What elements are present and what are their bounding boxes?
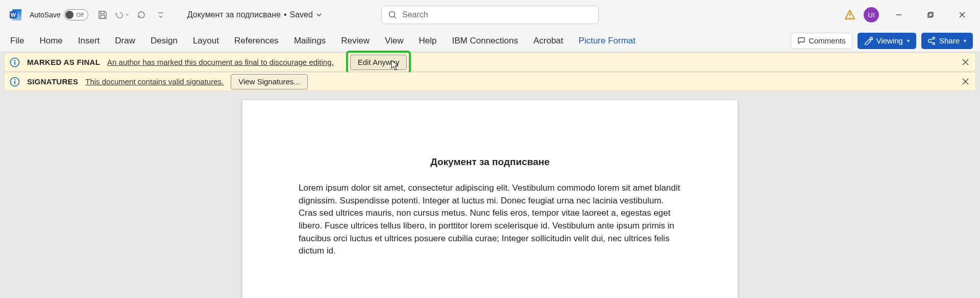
tab-file[interactable]: File bbox=[9, 33, 25, 49]
tab-ibm-connections[interactable]: IBM Connections bbox=[451, 33, 519, 49]
infobar-message: This document contains valid signatures. bbox=[85, 77, 224, 86]
tab-draw[interactable]: Draw bbox=[114, 33, 136, 49]
svg-text:W: W bbox=[11, 12, 16, 18]
save-state: Saved bbox=[290, 10, 313, 19]
svg-point-19 bbox=[933, 37, 935, 39]
search-input[interactable]: Search bbox=[381, 6, 599, 24]
info-icon bbox=[10, 57, 20, 67]
autosave-label: AutoSave bbox=[30, 11, 61, 19]
tab-references[interactable]: References bbox=[233, 33, 280, 49]
tab-design[interactable]: Design bbox=[150, 33, 179, 49]
comment-icon bbox=[797, 37, 805, 45]
svg-rect-14 bbox=[929, 12, 933, 16]
tab-layout[interactable]: Layout bbox=[192, 33, 220, 49]
infobar-close-icon[interactable] bbox=[959, 76, 971, 88]
autosave-group: AutoSave Off bbox=[30, 9, 88, 20]
minimize-button[interactable] bbox=[887, 5, 911, 25]
tab-home[interactable]: Home bbox=[38, 33, 63, 49]
edit-anyway-highlight: Edit Anyway bbox=[346, 51, 411, 74]
quick-access-toolbar bbox=[95, 8, 168, 22]
word-app-icon: W bbox=[8, 7, 23, 22]
document-title-group[interactable]: Документ за подписване • Saved bbox=[187, 10, 322, 19]
infobar-marked-as-final: MARKED AS FINAL An author has marked thi… bbox=[4, 53, 976, 72]
infobar-close-icon[interactable] bbox=[959, 56, 971, 68]
svg-rect-13 bbox=[928, 13, 932, 17]
svg-point-11 bbox=[849, 17, 850, 18]
title-bar: W AutoSave Off Докум bbox=[0, 0, 980, 30]
tab-help[interactable]: Help bbox=[418, 33, 438, 49]
document-canvas[interactable]: Документ за подписване Lorem ipsum dolor… bbox=[0, 91, 980, 298]
document-page: Документ за подписване Lorem ipsum dolor… bbox=[242, 100, 738, 298]
warning-icon[interactable] bbox=[844, 9, 855, 20]
infobar-signatures: SIGNATURES This document contains valid … bbox=[4, 72, 976, 91]
svg-rect-23 bbox=[14, 61, 15, 64]
svg-rect-28 bbox=[14, 81, 15, 84]
svg-point-27 bbox=[14, 79, 15, 80]
viewing-icon bbox=[864, 37, 873, 45]
close-button[interactable] bbox=[950, 5, 974, 25]
infobar-message: An author has marked this document as fi… bbox=[107, 58, 334, 66]
comments-button[interactable]: Comments bbox=[791, 33, 852, 49]
view-signatures-button[interactable]: View Signatures... bbox=[231, 74, 308, 89]
document-body: Lorem ipsum dolor sit amet, consectetur … bbox=[299, 182, 681, 258]
infobar-title: SIGNATURES bbox=[27, 77, 78, 86]
tab-review[interactable]: Review bbox=[340, 33, 371, 49]
chevron-down-icon: ▾ bbox=[964, 38, 966, 43]
document-name: Документ за подписване bbox=[187, 10, 281, 19]
search-placeholder: Search bbox=[402, 10, 428, 19]
tab-insert[interactable]: Insert bbox=[77, 33, 101, 49]
qat-customize-icon[interactable] bbox=[154, 8, 168, 22]
undo-icon[interactable] bbox=[115, 8, 129, 22]
maximize-button[interactable] bbox=[919, 5, 942, 25]
document-heading: Документ за подписване bbox=[299, 156, 681, 168]
tab-acrobat[interactable]: Acrobat bbox=[532, 33, 565, 49]
search-icon bbox=[388, 10, 397, 19]
svg-point-8 bbox=[389, 12, 395, 17]
mouse-cursor-icon bbox=[391, 60, 399, 71]
viewing-mode-button[interactable]: Viewing ▾ bbox=[857, 33, 916, 49]
svg-rect-7 bbox=[101, 15, 105, 18]
info-icon bbox=[10, 77, 20, 87]
svg-line-18 bbox=[872, 39, 873, 40]
redo-icon[interactable] bbox=[134, 8, 149, 22]
chevron-down-icon: ▾ bbox=[907, 38, 910, 43]
autosave-state: Off bbox=[76, 12, 85, 18]
tab-picture-format[interactable]: Picture Format bbox=[578, 33, 636, 49]
user-avatar[interactable]: UI bbox=[864, 7, 879, 22]
tab-mailings[interactable]: Mailings bbox=[293, 33, 327, 49]
svg-line-9 bbox=[394, 16, 396, 18]
svg-point-20 bbox=[933, 42, 935, 44]
share-button[interactable]: Share ▾ bbox=[921, 33, 973, 49]
svg-point-22 bbox=[14, 59, 15, 60]
infobar-title: MARKED AS FINAL bbox=[27, 58, 100, 66]
chevron-down-icon bbox=[316, 12, 322, 18]
tab-view[interactable]: View bbox=[384, 33, 405, 49]
share-icon bbox=[928, 37, 936, 45]
autosave-toggle[interactable]: Off bbox=[64, 9, 88, 20]
ribbon-tabs: File Home Insert Draw Design Layout Refe… bbox=[0, 30, 980, 52]
save-icon[interactable] bbox=[95, 8, 110, 22]
